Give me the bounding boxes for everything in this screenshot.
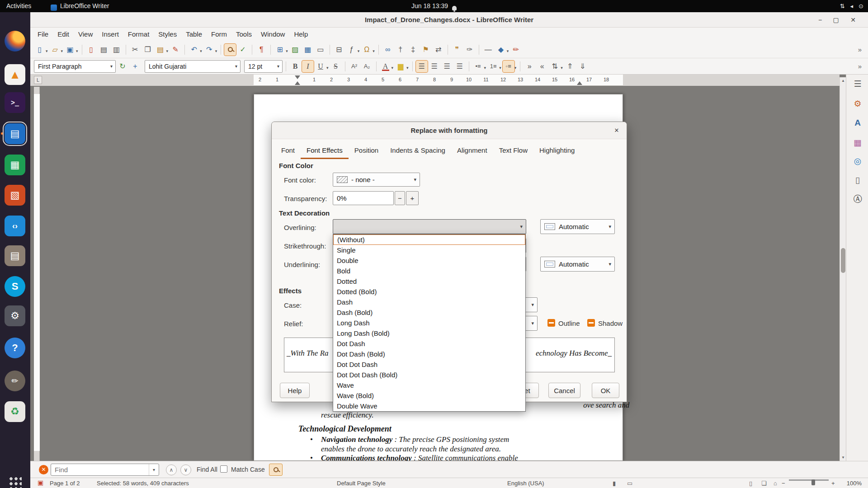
insert-mode-icon[interactable]: ▮: [613, 479, 616, 487]
ordered-list-button[interactable]: 1≡: [487, 61, 499, 72]
dropdown-option[interactable]: Double Wave: [333, 401, 525, 411]
single-page-view-icon[interactable]: ▯: [749, 479, 752, 487]
clone-formatting-icon[interactable]: ✎: [170, 44, 181, 56]
dock-item-gimp[interactable]: ✏: [5, 371, 25, 391]
zoom-in-button[interactable]: +: [831, 479, 835, 487]
line-spacing-button[interactable]: ⇅: [549, 61, 561, 72]
footnote-icon[interactable]: †: [395, 44, 406, 56]
hyperlink-icon[interactable]: ∞: [382, 44, 394, 56]
volume-icon[interactable]: ◂: [850, 0, 854, 12]
multi-page-view-icon[interactable]: ❏: [761, 479, 767, 487]
first-line-indent-marker[interactable]: [295, 75, 300, 79]
spelling-icon[interactable]: ✓: [237, 44, 249, 56]
page-number-status[interactable]: Page 1 of 2: [50, 479, 80, 487]
document-modified-icon[interactable]: ▣: [38, 479, 43, 487]
dock-item-firefox[interactable]: [5, 31, 25, 52]
align-center-button[interactable]: ☰: [429, 61, 440, 72]
focused-app-indicator[interactable]: LibreOffice Writer: [51, 0, 109, 12]
subscript-button[interactable]: A₂: [361, 61, 373, 72]
maximize-button[interactable]: ▢: [830, 14, 842, 26]
find-and-replace-button[interactable]: [269, 464, 283, 476]
document-text-line[interactable]: enables the drone to accurately reach th…: [321, 445, 501, 454]
menu-window[interactable]: Window: [256, 28, 289, 41]
scrollbar-thumb[interactable]: [841, 248, 845, 273]
menu-file[interactable]: File: [33, 28, 53, 41]
dock-item-trash[interactable]: ♻: [5, 401, 25, 422]
transparency-input[interactable]: [333, 191, 394, 205]
dropdown-option[interactable]: Bold: [333, 266, 525, 276]
insert-table-icon[interactable]: ⊞: [274, 44, 286, 56]
special-character-icon[interactable]: Ω: [361, 44, 373, 56]
basic-shapes-icon[interactable]: ◆: [495, 44, 507, 56]
horizontal-line-icon[interactable]: ―: [482, 44, 494, 56]
strikethrough-button[interactable]: S: [330, 61, 342, 72]
comment-icon[interactable]: ❞: [451, 44, 463, 56]
menu-tools[interactable]: Tools: [231, 28, 256, 41]
ordered-list-caret-icon[interactable]: ▾: [499, 66, 501, 70]
dock-item-help[interactable]: ?: [5, 338, 25, 358]
page-style-status[interactable]: Default Page Style: [337, 479, 386, 487]
app-grid-button[interactable]: [8, 476, 22, 488]
document-text-line[interactable]: rescue efficiency.: [321, 411, 373, 420]
find-all-button[interactable]: Find All: [197, 466, 217, 473]
find-close-icon[interactable]: ✕: [39, 465, 48, 474]
new-style-icon[interactable]: +: [129, 61, 141, 72]
draw-functions-icon[interactable]: ✏: [510, 44, 522, 56]
copy-icon[interactable]: ❐: [142, 44, 154, 56]
outline-checkbox[interactable]: [547, 319, 555, 327]
menu-format[interactable]: Format: [123, 28, 154, 41]
save-caret-icon[interactable]: ▾: [76, 49, 78, 53]
dropdown-option-without[interactable]: (Without): [333, 235, 525, 245]
dock-item-vlc[interactable]: ▲: [5, 64, 25, 85]
power-icon[interactable]: ⊙: [859, 0, 863, 12]
dialog-close-icon[interactable]: ✕: [611, 125, 622, 136]
dropdown-option[interactable]: Double: [333, 255, 525, 266]
dropdown-option[interactable]: Dot Dash (Bold): [333, 349, 525, 359]
find-history-caret-icon[interactable]: ▾: [149, 464, 159, 475]
tab-text-flow[interactable]: Text Flow: [493, 143, 533, 159]
insert-image-icon[interactable]: ▨: [289, 44, 301, 56]
insert-table-caret-icon[interactable]: ▾: [286, 49, 288, 53]
bold-button[interactable]: B: [289, 61, 301, 72]
gallery-icon[interactable]: ▦: [849, 134, 866, 150]
dock-item-libreoffice-impress[interactable]: ▧: [5, 185, 25, 206]
font-color-button[interactable]: A: [380, 61, 392, 72]
align-left-button[interactable]: ☰: [416, 61, 428, 72]
open-icon[interactable]: ▱: [49, 44, 61, 56]
dropdown-option[interactable]: Dot Dash: [333, 338, 525, 349]
document-bullet-line[interactable]: •Navigation technology : The precise GPS…: [310, 435, 509, 444]
transparency-increase-button[interactable]: +: [406, 191, 419, 205]
align-right-button[interactable]: ☰: [441, 61, 453, 72]
underline-color-combo[interactable]: Automatic ▾: [540, 257, 615, 272]
window-titlebar[interactable]: Impact_of_Drone_Changes.docx - LibreOffi…: [30, 12, 868, 28]
menu-styles[interactable]: Styles: [154, 28, 181, 41]
font-size-combo[interactable]: 12 pt ▾: [244, 60, 283, 73]
network-icon[interactable]: ⇅: [840, 0, 845, 12]
menu-help[interactable]: Help: [289, 28, 312, 41]
increase-indent-button[interactable]: »: [524, 61, 535, 72]
font-color-combo[interactable]: - none - ▾: [333, 173, 420, 187]
clock-menu[interactable]: Jun 18 13:39: [411, 0, 457, 12]
tab-highlighting[interactable]: Highlighting: [533, 143, 580, 159]
find-replace-icon[interactable]: [224, 44, 236, 56]
menu-form[interactable]: Form: [207, 28, 231, 41]
italic-button[interactable]: I: [302, 61, 314, 72]
tab-stop-selector[interactable]: L: [34, 76, 42, 84]
close-button[interactable]: ✕: [847, 14, 859, 26]
cancel-button[interactable]: Cancel: [548, 383, 580, 398]
line-spacing-caret-icon[interactable]: ▾: [561, 66, 563, 70]
dock-item-skype[interactable]: S: [5, 276, 25, 297]
font-color-caret-icon[interactable]: ▾: [392, 66, 394, 70]
para-space-decrease-button[interactable]: ⇓: [577, 61, 589, 72]
endnote-icon[interactable]: ‡: [407, 44, 419, 56]
zoom-slider-thumb[interactable]: [811, 479, 815, 485]
ok-button[interactable]: OK: [592, 383, 619, 398]
page-deck-icon[interactable]: ▯: [849, 172, 866, 188]
zoom-slider-track[interactable]: [789, 479, 829, 481]
insert-chart-icon[interactable]: ▦: [302, 44, 314, 56]
dock-item-libreoffice-calc[interactable]: ▦: [5, 155, 25, 175]
menu-insert[interactable]: Insert: [97, 28, 123, 41]
outline-format-caret-icon[interactable]: ▾: [514, 66, 517, 70]
tab-font-effects[interactable]: Font Effects: [301, 143, 349, 159]
formatting-marks-icon[interactable]: ¶: [255, 44, 267, 56]
